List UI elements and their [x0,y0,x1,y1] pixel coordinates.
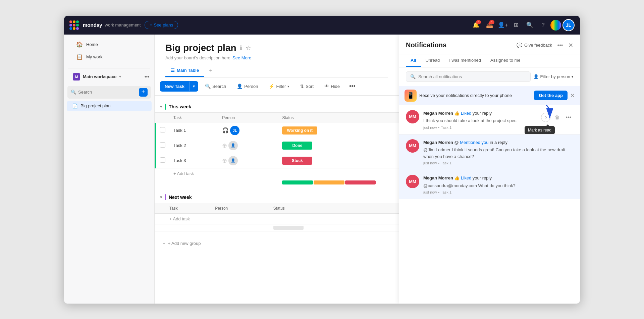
add-group-label: + Add new group [168,241,201,246]
notifications-close-button[interactable]: ✕ [568,42,573,49]
add-new-group-row[interactable]: + + Add new group [155,237,399,250]
notifications-search-input-container: 🔍 [406,71,531,82]
app-promo-banner: 📱 Receive your notifications directly to… [399,86,580,105]
add-task-row-nextweek[interactable]: + Add task [155,213,399,224]
sort-toolbar-button[interactable]: ⇅ Sort [296,82,318,91]
row3-person-cell: ⊕ 👤 [218,153,278,168]
give-feedback-button[interactable]: 💬 Give feedback [517,43,552,48]
next-week-table: Task Person Status + Add task [155,203,399,231]
next-week-summary-row [155,224,399,231]
notif-1-delete-button[interactable]: 🗑 [552,113,562,122]
group-next-week-header: ▾ Next week [155,192,399,203]
notif-3-sep: • [438,190,439,194]
hide-toolbar-button[interactable]: 👁 Hide [320,82,344,91]
notif-tab-assigned[interactable]: Assigned to me [486,54,525,67]
see-more-link[interactable]: See More [232,55,251,60]
row3-checkbox[interactable] [160,157,165,163]
notifications-title: Notifications [406,41,446,49]
filter-toolbar-button[interactable]: ⚡ Filter ▾ [265,82,293,91]
new-task-button[interactable]: New Task ▾ [160,81,198,92]
notif-1-mark-read-button[interactable]: ○ [541,113,550,122]
notifications-button[interactable]: 🔔 3 [470,19,482,31]
notif-3-name: Megan Morren [423,175,453,180]
group-toggle-nextweek[interactable]: ▾ [160,195,162,200]
sidebar-add-button[interactable]: + [139,88,148,97]
top-bar-icons: 🔔 3 📥 1 👤+ ⊞ 🔍 ? JL [470,19,575,31]
board-star-icon[interactable]: ☆ [246,44,251,52]
filter-by-person-button[interactable]: 👤 Filter by person ▾ [533,74,573,79]
notif-2-source: Task 1 [441,161,451,165]
search-button[interactable]: 🔍 [524,19,536,31]
add-task-row-thisweek[interactable]: + Add task [155,168,399,179]
search-toolbar-icon: 🔍 [205,84,211,89]
sidebar-top: 🏠 Home 📋 My work [64,39,154,65]
row2-checkbox-cell [155,138,169,153]
group-toggle-thisweek[interactable]: ▾ [160,104,162,109]
inbox-button[interactable]: 📥 1 [483,19,495,31]
toolbar-more-button[interactable]: ••• [346,81,358,92]
row3-add-person-icon[interactable]: ⊕ [222,157,227,164]
row1-checkbox[interactable] [160,127,165,132]
notif-3-action-label: Liked [461,175,471,180]
give-feedback-label: Give feedback [524,43,552,48]
notif-3-main-text: Megan Morren 👍 Liked your reply [423,175,573,181]
group-summary-row [155,179,399,186]
sidebar-search-input[interactable] [78,90,137,95]
tab-add-button[interactable]: + [206,65,216,76]
next-week-sum-task [165,224,211,231]
person-toolbar-button[interactable]: 👤 Person [233,82,262,91]
summary-task [169,179,218,186]
row1-person-avatar: JL [230,126,239,135]
notif-1-action-label: Liked [461,111,471,116]
sidebar-board-item[interactable]: 📄 Big project plan [67,101,152,111]
user-avatar[interactable]: JL [562,19,575,31]
row2-status-cell: Done [278,138,380,153]
see-plans-button[interactable]: See plans [145,21,178,29]
row2-checkbox[interactable] [160,142,165,148]
next-week-extra-header [376,203,399,213]
notification-item-1[interactable]: MM Megan Morren 👍 Liked your reply I thi… [399,105,580,135]
invite-button[interactable]: 👤+ [497,19,509,31]
notification-item-3[interactable]: MM Megan Morren 👍 Liked your reply @cass… [399,170,580,199]
notif-2-body: @Jim Lorimer I think it sounds great! Ca… [423,147,573,160]
row3-checkbox-cell [155,153,169,168]
sidebar-item-mywork[interactable]: 📋 My work [71,51,148,62]
sidebar-item-home[interactable]: 🏠 Home [71,39,148,50]
notif-tab-unread[interactable]: Unread [421,54,445,67]
mark-as-read-tooltip: Mark as read [525,126,555,134]
sidebar-mywork-label: My work [86,54,102,59]
app-promo-text: Receive your notifications directly to y… [419,93,531,98]
main-table-tab-label: Main Table [177,68,199,73]
summary-checkbox [155,179,169,186]
group-this-week-label: This week [169,104,191,109]
app-logo-dots [69,20,79,30]
next-week-sum-check [155,224,165,231]
sidebar-search-icon: 🔍 [71,90,76,95]
next-week-add-task-label[interactable]: + Add task [165,213,399,224]
add-task-label[interactable]: + Add task [169,168,399,179]
promo-close-button[interactable]: ✕ [570,92,575,99]
notif-tab-all[interactable]: All [406,54,421,67]
row2-add-person-icon[interactable]: ⊕ [222,142,227,149]
notif-tab-mentioned[interactable]: I was mentioned [444,54,486,67]
help-button[interactable]: ? [537,19,549,31]
apps-button[interactable]: ⊞ [510,19,522,31]
summary-status [278,179,380,186]
notif-1-more-button[interactable]: ••• [564,113,573,122]
tab-main-table[interactable]: ☰ Main Table [165,64,204,77]
board-title-row: Big project plan ℹ ☆ [165,43,388,53]
board-info-icon[interactable]: ℹ [240,44,242,52]
notification-item-2[interactable]: MM Megan Morren @ Mentioned you in a rep… [399,135,580,170]
notif-3-meta: just now • Task 1 [423,190,573,194]
notif-1-sep: • [438,125,439,129]
notifications-more-button[interactable]: ••• [555,41,565,50]
notifications-search-input[interactable] [418,74,526,79]
search-toolbar-button[interactable]: 🔍 Search [201,82,230,91]
workspace-more-button[interactable]: ••• [143,73,151,81]
person-header: Person [218,112,278,123]
brand-logo: monday work management [83,22,141,28]
add-task-checkbox [155,168,169,179]
new-task-arrow[interactable]: ▾ [189,82,198,91]
get-app-button[interactable]: Get the app [534,91,568,100]
filter-toolbar-icon: ⚡ [269,84,274,89]
